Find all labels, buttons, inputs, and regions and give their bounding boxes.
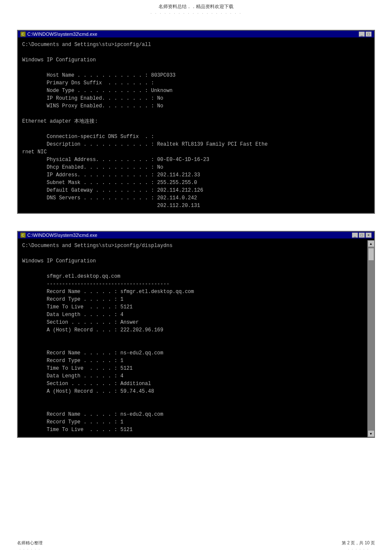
cmd-app-icon-1: C <box>20 32 26 37</box>
minimize-button-2[interactable]: _ <box>352 233 358 238</box>
footer-left-label: 名师精心整理 <box>17 540 43 546</box>
scrollbar-thumb[interactable] <box>368 248 374 261</box>
cmd-controls-2[interactable]: _ □ × <box>352 233 372 238</box>
footer-left: 名师精心整理 ．．．．．． <box>17 540 43 551</box>
titlebar-left-1: C C:\WINDOWS\system32\cmd.exe <box>20 32 97 37</box>
scrollbar-track[interactable] <box>368 247 375 430</box>
scroll-up-button[interactable]: ▲ <box>368 240 375 247</box>
close-button-2[interactable]: × <box>366 233 372 238</box>
titlebar-left-2: C C:\WINDOWS\system32\cmd.exe <box>20 233 97 238</box>
restore-button-2[interactable]: □ <box>359 233 365 238</box>
cmd-body-1: C:\Documents and Settings\stu>ipconfig/a… <box>18 37 374 213</box>
cmd-app-icon-2: C <box>20 233 26 238</box>
cmd-title-2: C:\WINDOWS\system32\cmd.exe <box>27 233 97 238</box>
footer-left-dots: ．．．．．． <box>18 546 41 551</box>
cmd-title-1: C:\WINDOWS\system32\cmd.exe <box>27 32 97 37</box>
header-title: 名师资料总结．．精品资料欢迎下载 <box>0 3 392 10</box>
cmd-titlebar-1: C C:\WINDOWS\system32\cmd.exe _ □ <box>18 31 374 37</box>
scrollbar-2[interactable]: ▲ ▼ <box>367 240 374 437</box>
minimize-button-1[interactable]: _ <box>359 32 365 37</box>
cmd-body-2: C:\Documents and Settings\stu>ipconfig/d… <box>18 239 374 437</box>
footer-right: 第 2 页，共 10 页 ．．．．．． <box>342 540 375 551</box>
scroll-down-button[interactable]: ▼ <box>368 430 375 437</box>
cmd-window-1: C C:\WINDOWS\system32\cmd.exe _ □ C:\Doc… <box>17 30 375 214</box>
header-dots: ．．．．．．．．．．．．．．．．．．．． <box>0 10 392 15</box>
page-content: C C:\WINDOWS\system32\cmd.exe _ □ C:\Doc… <box>0 17 392 468</box>
cmd-controls-1[interactable]: _ □ <box>359 32 372 37</box>
page-header: 名师资料总结．．精品资料欢迎下载 ．．．．．．．．．．．．．．．．．．．． <box>0 0 392 17</box>
page-footer: 名师精心整理 ．．．．．． 第 2 页，共 10 页 ．．．．．． <box>0 540 392 551</box>
footer-page-label: 第 2 页，共 10 页 <box>342 540 375 546</box>
cmd-window-2: C C:\WINDOWS\system32\cmd.exe _ □ × C:\D… <box>17 231 375 438</box>
cmd-titlebar-2: C C:\WINDOWS\system32\cmd.exe _ □ × <box>18 232 374 239</box>
footer-right-dots: ．．．．．． <box>347 546 370 551</box>
restore-button-1[interactable]: □ <box>366 32 372 37</box>
